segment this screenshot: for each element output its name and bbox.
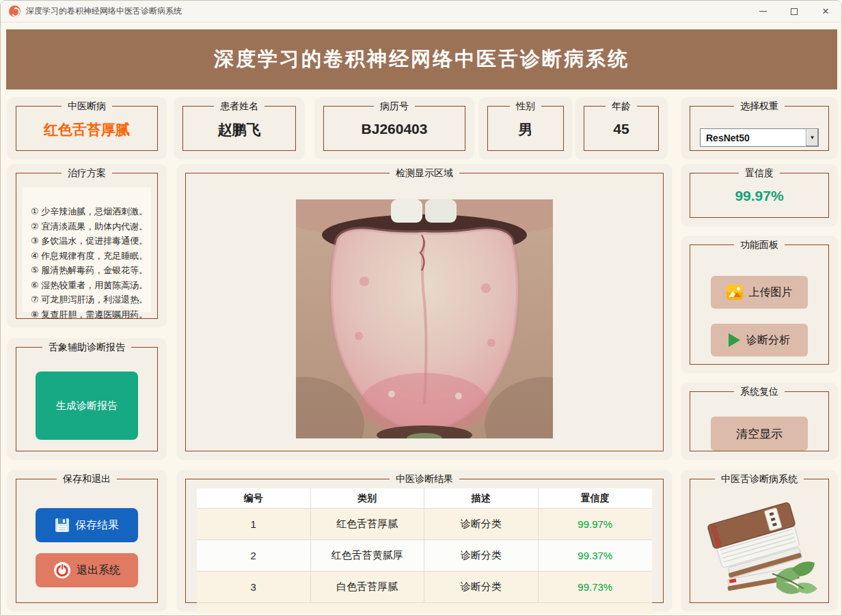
panel-tcm-diagnosis: 中医断病 红色舌苔厚腻 [8, 98, 166, 159]
floppy-disk-icon [55, 518, 70, 533]
panel-diagnosis-report: 舌象辅助诊断报告 生成诊断报告 [8, 339, 166, 460]
minimize-icon [759, 11, 767, 12]
groupbox-label: 舌象辅助诊断报告 [42, 341, 131, 354]
tongue-photo [296, 199, 553, 438]
table-row[interactable]: 3 白色舌苔厚腻 诊断分类 99.73% [197, 572, 652, 603]
gender-value: 男 [488, 120, 563, 139]
weight-combobox[interactable]: ResNet50 ▼ [700, 128, 819, 147]
cell-confidence: 99.97% [539, 509, 653, 540]
groupbox-label: 选择权重 [734, 100, 785, 113]
groupbox-age: 年龄 45 [584, 106, 659, 151]
cell-category: 红色舌苔厚腻 [311, 509, 425, 540]
exit-system-label: 退出系统 [77, 563, 120, 578]
groupbox-gender: 性别 男 [487, 106, 564, 151]
groupbox-brand: 中医舌诊断病系统 [690, 479, 829, 603]
table-header-cell: 类别 [311, 488, 425, 509]
groupbox-label: 检测显示区域 [390, 167, 459, 180]
save-results-button[interactable]: 保存结果 [36, 508, 138, 542]
age-value: 45 [584, 121, 658, 137]
header-banner: 深度学习的卷积神经网络中医舌诊断病系统 [6, 29, 837, 89]
treatment-line: ② 宜清淡蔬果，助体内代谢。 [31, 219, 151, 234]
groupbox-save-exit: 保存和退出 保存结果 退出系统 [16, 479, 158, 603]
panel-gender: 性别 男 [479, 98, 572, 159]
panel-treatment-plan: 治疗方案 ① 少辛辣油腻，忌烟酒刺激。 ② 宜清淡蔬果，助体内代谢。 ③ 多饮温… [8, 165, 166, 327]
maximize-button[interactable] [778, 1, 810, 22]
table-header-cell: 编号 [197, 488, 311, 509]
weight-combobox-value: ResNet50 [701, 132, 806, 143]
treatment-line: ④ 作息规律有度，充足睡眠。 [31, 249, 151, 264]
panel-record-number: 病历号 BJ260403 [315, 98, 474, 159]
analyze-label: 诊断分析 [746, 333, 790, 348]
groupbox-label: 功能面板 [734, 239, 785, 251]
groupbox-label: 保存和退出 [57, 473, 117, 486]
groupbox-label: 系统复位 [734, 386, 785, 398]
groupbox-label: 病历号 [374, 100, 415, 113]
cell-confidence: 99.37% [539, 540, 653, 572]
panel-patient-name: 患者姓名 赵鹏飞 [174, 98, 304, 159]
groupbox-detection-area: 检测显示区域 [185, 173, 664, 451]
groupbox-confidence: 置信度 99.97% [690, 173, 829, 218]
treatment-plan-list: ① 少辛辣油腻，忌烟酒刺激。 ② 宜清淡蔬果，助体内代谢。 ③ 多饮温水，促进排… [23, 187, 151, 312]
groupbox-label: 治疗方案 [62, 167, 112, 180]
groupbox-label: 患者姓名 [214, 100, 264, 113]
cell-description: 诊断分类 [424, 509, 539, 540]
panel-age: 年龄 45 [575, 98, 667, 159]
table-row[interactable]: 1 红色舌苔厚腻 诊断分类 99.97% [197, 509, 652, 540]
cell-category: 白色舌苔厚腻 [311, 572, 425, 603]
groupbox-label: 年龄 [606, 100, 637, 113]
image-icon [726, 285, 743, 300]
tcm-books-illustration [696, 493, 823, 600]
panel-functions: 功能面板 上传图片 诊断分析 [681, 236, 837, 373]
cell-no: 2 [197, 540, 311, 572]
groupbox-treatment-plan: 治疗方案 ① 少辛辣油腻，忌烟酒刺激。 ② 宜清淡蔬果，助体内代谢。 ③ 多饮温… [16, 173, 158, 319]
panel-brand: 中医舌诊断病系统 [681, 471, 837, 611]
results-table: 编号 类别 描述 置信度 1 红色舌苔厚腻 诊断分类 99.97% 2 红色舌苔… [197, 488, 652, 613]
upload-image-label: 上传图片 [749, 285, 793, 300]
table-header-row: 编号 类别 描述 置信度 [197, 488, 652, 509]
groupbox-record-number: 病历号 BJ260403 [323, 106, 465, 151]
table-header-cell: 描述 [424, 488, 539, 509]
groupbox-label: 中医断病 [62, 100, 112, 113]
patient-name-value: 赵鹏飞 [183, 120, 295, 139]
cell-category: 红色舌苔黄腻厚 [311, 540, 425, 572]
treatment-line: ⑦ 可龙胆泻肝汤，利湿退热。 [31, 292, 151, 307]
exit-system-button[interactable]: 退出系统 [36, 553, 138, 587]
upload-image-button[interactable]: 上传图片 [711, 276, 808, 309]
power-icon [53, 561, 71, 579]
close-icon: ✕ [822, 6, 830, 16]
panel-system-reset: 系统复位 清空显示 [681, 383, 837, 460]
page-title: 深度学习的卷积神经网络中医舌诊断病系统 [214, 46, 629, 73]
groupbox-functions: 功能面板 上传图片 诊断分析 [690, 244, 829, 365]
treatment-line: ⑧ 复查肝胆，需遵医嘱用药。 [31, 307, 151, 322]
groupbox-diagnosis-results: 中医诊断结果 编号 类别 描述 置信度 1 红色舌苔厚腻 诊断分类 99.97%… [185, 479, 664, 603]
table-row[interactable]: 2 红色舌苔黄腻厚 诊断分类 99.37% [197, 540, 652, 572]
confidence-value: 99.97% [690, 188, 828, 204]
cell-confidence: 99.73% [539, 572, 653, 603]
panel-confidence: 置信度 99.97% [681, 165, 837, 226]
groupbox-label: 中医舌诊断病系统 [715, 473, 804, 486]
generate-report-button[interactable]: 生成诊断报告 [36, 372, 138, 440]
diagnosis-value: 红色舌苔厚腻 [16, 120, 157, 139]
minimize-button[interactable] [747, 1, 778, 22]
title-bar: 深度学习的卷积神经网络中医舌诊断病系统 ✕ [1, 1, 841, 23]
maximize-icon [791, 8, 798, 15]
groupbox-weight-select: 选择权重 ResNet50 ▼ [690, 106, 829, 151]
chevron-down-icon: ▼ [806, 129, 818, 146]
table-footer-strip [197, 603, 652, 613]
window-title: 深度学习的卷积神经网络中医舌诊断病系统 [26, 5, 182, 17]
analyze-button[interactable]: 诊断分析 [711, 324, 808, 356]
clear-display-button[interactable]: 清空显示 [711, 417, 808, 451]
app-icon [9, 5, 21, 17]
panel-save-exit: 保存和退出 保存结果 退出系统 [8, 471, 166, 611]
panel-diagnosis-results: 中医诊断结果 编号 类别 描述 置信度 1 红色舌苔厚腻 诊断分类 99.97%… [177, 471, 672, 611]
treatment-line: ⑤ 服清热解毒药，金银花等。 [31, 263, 151, 278]
panel-weight-select: 选择权重 ResNet50 ▼ [681, 98, 837, 159]
groupbox-diagnosis-report: 舌象辅助诊断报告 生成诊断报告 [16, 347, 158, 451]
table-header-cell: 置信度 [539, 488, 653, 509]
treatment-line: ⑥ 湿热较重者，用茵陈蒿汤。 [31, 278, 151, 293]
cell-no: 1 [197, 509, 311, 540]
close-button[interactable]: ✕ [810, 1, 841, 22]
treatment-line: ① 少辛辣油腻，忌烟酒刺激。 [31, 204, 151, 219]
groupbox-label: 中医诊断结果 [390, 473, 459, 486]
groupbox-system-reset: 系统复位 清空显示 [690, 391, 829, 451]
